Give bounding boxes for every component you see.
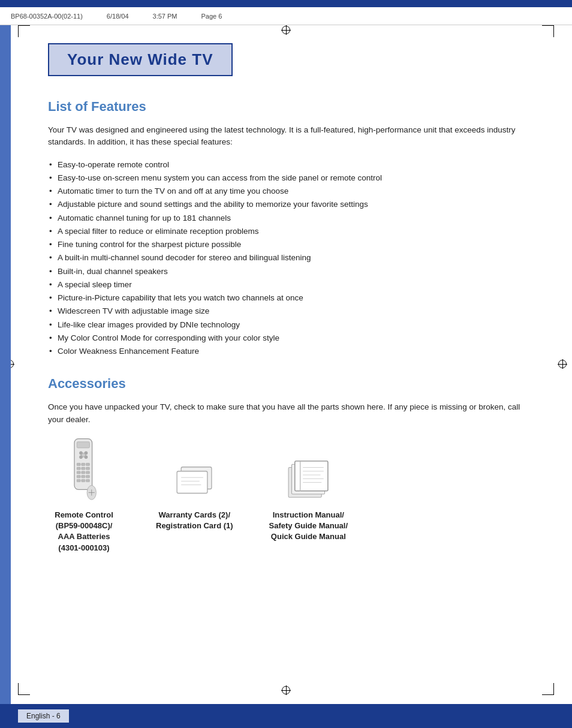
svg-rect-26 (177, 471, 207, 494)
svg-rect-15 (86, 471, 89, 474)
list-item: A special filter to reduce or eliminate … (48, 225, 536, 238)
manual-icon-area (284, 444, 332, 504)
page-title: Your New Wide TV (67, 50, 213, 69)
svg-rect-9 (86, 463, 89, 465)
svg-rect-11 (81, 467, 85, 470)
svg-rect-19 (77, 479, 80, 482)
manual-icon (284, 456, 332, 504)
main-content: Your New Wide TV List of Features Your T… (0, 25, 572, 553)
warranty-icon-area (170, 444, 218, 504)
warranty-icon (170, 462, 218, 504)
svg-rect-17 (81, 476, 85, 478)
page-title-box: Your New Wide TV (48, 43, 233, 76)
accessories-intro: Once you have unpacked your TV, check to… (48, 401, 536, 426)
list-item: Widescreen TV with adjustable image size (48, 305, 536, 318)
list-item: Fine tuning control for the sharpest pic… (48, 238, 536, 251)
doc-page: Page 6 (201, 13, 222, 20)
accessories-heading: Accessories (48, 376, 536, 392)
doc-header: BP68-00352A-00(02-11) 6/18/04 3:57 PM Pa… (0, 7, 572, 25)
accessories-row: Remote Control (BP59-00048C)/ AAA Batter… (48, 444, 536, 553)
remote-icon-area (68, 444, 101, 504)
features-section: List of Features Your TV was designed an… (48, 99, 536, 358)
doc-date: 6/18/04 (107, 13, 129, 20)
svg-rect-16 (77, 476, 80, 478)
list-item: Easy-to-operate remote control (48, 158, 536, 172)
top-bar (0, 0, 572, 7)
accessory-remote: Remote Control (BP59-00048C)/ AAA Batter… (48, 444, 120, 553)
list-item: A built-in multi-channel sound decoder f… (48, 251, 536, 264)
list-item: A special sleep timer (48, 278, 536, 291)
svg-rect-21 (86, 479, 89, 482)
bottom-bar: English - 6 (0, 704, 572, 728)
list-item: Color Weakness Enhancement Feature (48, 345, 536, 358)
accessories-section: Accessories Once you have unpacked your … (48, 376, 536, 553)
svg-rect-18 (86, 476, 89, 478)
list-item: Picture-in-Picture capability that lets … (48, 291, 536, 305)
manual-label: Instruction Manual/ Safety Guide Manual/… (269, 510, 348, 543)
footer-label: English - 6 (18, 709, 69, 723)
list-item: Adjustable picture and sound settings an… (48, 198, 536, 211)
part-number: BP68-00352A-00(02-11) (11, 13, 83, 20)
svg-rect-12 (86, 467, 89, 470)
remote-label: Remote Control (BP59-00048C)/ AAA Batter… (55, 510, 113, 553)
svg-rect-7 (77, 463, 80, 465)
svg-rect-14 (81, 471, 85, 474)
features-heading: List of Features (48, 99, 536, 115)
list-item: Easy-to-use on-screen menu system you ca… (48, 172, 536, 185)
feature-list: Easy-to-operate remote control Easy-to-u… (48, 158, 536, 359)
list-item: Automatic timer to turn the TV on and of… (48, 185, 536, 198)
list-item: Built-in, dual channel speakers (48, 265, 536, 278)
svg-rect-13 (77, 471, 80, 474)
svg-rect-8 (81, 463, 85, 465)
svg-rect-1 (77, 442, 89, 448)
list-item: Automatic channel tuning for up to 181 c… (48, 212, 536, 225)
list-item: My Color Control Mode for corresponding … (48, 332, 536, 345)
list-item: Life-like clear images provided by DNIe … (48, 318, 536, 332)
svg-rect-10 (77, 467, 80, 470)
svg-point-6 (81, 453, 85, 457)
features-intro: Your TV was designed and engineered usin… (48, 124, 536, 149)
accessory-manual: Instruction Manual/ Safety Guide Manual/… (269, 444, 348, 543)
warranty-label: Warranty Cards (2)/ Registration Card (1… (156, 510, 233, 531)
doc-time: 3:57 PM (153, 13, 177, 20)
remote-icon (68, 438, 101, 504)
accessory-warranty: Warranty Cards (2)/ Registration Card (1… (156, 444, 233, 531)
svg-rect-20 (81, 479, 85, 482)
